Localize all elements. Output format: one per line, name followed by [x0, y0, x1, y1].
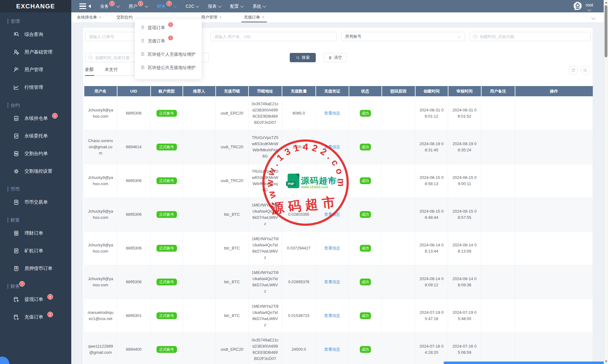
sidebar-section-title: 币币: [11, 186, 71, 192]
column-search-button[interactable]: [580, 66, 590, 75]
date-start-input[interactable]: [469, 32, 591, 41]
cell-status: 成功: [349, 198, 382, 232]
chevron-down-icon: [457, 34, 461, 38]
sidebar-item[interactable]: 交割合约单: [0, 145, 71, 162]
topnav-menu-4[interactable]: C2C: [186, 0, 199, 12]
user-area[interactable]: root: [573, 1, 593, 11]
brand-logo: EXCHANGE: [0, 0, 71, 12]
doc-arrows-icon: [13, 150, 20, 157]
sidebar-toggle-button[interactable]: [79, 3, 91, 9]
vertical-scrollbar-thumb[interactable]: [605, 5, 607, 57]
cell-status: 成功: [349, 333, 382, 364]
cell-username: Chaos.sorenson@gmail.com: [84, 130, 117, 164]
cell-referrer: [183, 265, 216, 299]
status-badge: 成功: [360, 144, 371, 150]
clear-button[interactable]: 清空: [324, 53, 346, 62]
sidebar-item[interactable]: 矿机订单: [0, 242, 71, 260]
tab-3[interactable]: 用户管理×: [200, 12, 223, 22]
close-icon[interactable]: ×: [99, 15, 101, 20]
close-icon[interactable]: ×: [262, 15, 264, 20]
view-info-link[interactable]: 查看信息: [324, 280, 340, 284]
search-button[interactable]: 搜索: [290, 53, 316, 62]
view-info-link[interactable]: 查看信息: [324, 313, 340, 318]
sidebar-item[interactable]: 永续委托单: [0, 127, 71, 145]
view-info-link[interactable]: 查看信息: [324, 246, 340, 250]
topnav-menu-2[interactable]: 用户1: [129, 0, 148, 12]
scroll-down-arrow-icon[interactable]: [605, 361, 607, 362]
view-info-link[interactable]: 查看信息: [324, 145, 340, 149]
sidebar-section-label: 币币: [11, 186, 20, 192]
column-header: 充值币链: [216, 86, 249, 97]
vertical-scrollbar[interactable]: [604, 0, 608, 364]
scroll-up-arrow-icon[interactable]: [605, 2, 607, 3]
topnav-menu-7[interactable]: 系统: [253, 0, 266, 12]
tab-label: 永续持仓单: [77, 15, 97, 20]
view-info-link[interactable]: 查看信息: [324, 347, 340, 352]
view-tab-1[interactable]: 全部: [85, 67, 94, 76]
view-info-link[interactable]: 查看信息: [324, 178, 340, 183]
trash-icon: [328, 56, 332, 60]
dropdown-item-label: 提现订单: [148, 24, 165, 31]
view-info-link[interactable]: 查看信息: [324, 111, 340, 115]
dropdown-item-3[interactable]: 区块链个人充值地址维护: [135, 49, 202, 62]
cell-created-at: 2024-07-16 04:28:20: [415, 333, 448, 364]
view-info-link[interactable]: 查看信息: [324, 212, 340, 217]
cell-remark: [481, 299, 515, 333]
cell-chain: btc_BTC: [216, 198, 249, 232]
sidebar-item[interactable]: 充值订单2: [0, 308, 71, 326]
sidebar-item-label: 行情管理: [24, 84, 43, 90]
user-avatar-icon: [573, 1, 583, 11]
column-header: 充值凭证: [316, 86, 349, 97]
sidebar-item[interactable]: 用户基础管理: [0, 43, 71, 61]
horizontal-scrollbar-thumb[interactable]: [444, 362, 604, 364]
sidebar-item[interactable]: 用户管理: [0, 61, 71, 79]
list-view-tabs: 全部未支付: [85, 67, 118, 76]
sidebar-item[interactable]: 综合查询: [0, 26, 71, 43]
dropdown-item-2[interactable]: 充值订单2: [135, 36, 202, 49]
topnav-menu-6[interactable]: 配置: [230, 0, 243, 12]
cell-amount: 0.01536723: [282, 299, 316, 333]
sidebar-item-label: 质押借币订单: [24, 266, 52, 271]
sidebar-item[interactable]: 交割场控设置: [0, 162, 71, 180]
close-icon[interactable]: ×: [219, 15, 222, 20]
cell-account-type: 正式账号: [151, 198, 183, 232]
tab-2[interactable]: 交割合约: [115, 12, 134, 22]
dropdown-item-1[interactable]: 提现订单5: [135, 22, 202, 36]
account-type-select[interactable]: 所有账号: [341, 32, 465, 41]
account-type-badge: 正式账号: [156, 346, 177, 353]
cell-chain: btc_BTC: [216, 299, 249, 333]
tabbar-collapse-chevron-icon[interactable]: [591, 15, 596, 20]
cell-status: 成功: [349, 97, 382, 130]
sidebar-item[interactable]: 提现订单5: [0, 291, 71, 308]
account-type-badge: 正式账号: [156, 144, 177, 150]
user-search-input[interactable]: [210, 32, 337, 41]
cell-reject-reason: [382, 198, 415, 232]
topnav-menu-1[interactable]: 业务1: [100, 0, 119, 12]
cell-voucher: 查看信息: [316, 299, 349, 333]
chart-icon: [13, 84, 20, 91]
cell-amount: 1100.0: [282, 130, 316, 164]
topnav-menu-5[interactable]: 报表: [208, 0, 221, 12]
notification-badge: 5: [168, 22, 173, 27]
status-badge: 成功: [360, 211, 371, 218]
tab-1[interactable]: 永续持仓单×: [76, 12, 103, 22]
view-tab-2[interactable]: 未支付: [105, 67, 118, 76]
sidebar-item[interactable]: 永续持仓单1: [0, 110, 71, 127]
chevron-down-icon: [240, 4, 244, 7]
topnav-menu-label: 财务: [157, 0, 166, 12]
sidebar-item[interactable]: 质押借币订单: [0, 260, 71, 277]
table-row: Jchucky9@yahoo.com6895306正式账号usdt_ERC200…: [84, 97, 593, 130]
cell-uid: 6895306: [117, 232, 151, 265]
table-header-row: 用户名UID账户类型推荐人充值币链币链地址充值数量充值凭证状态驳回原因创建时间审…: [84, 86, 593, 97]
collapse-left-icon: [88, 4, 91, 8]
sidebar-item[interactable]: 行情管理: [0, 79, 71, 96]
cell-audited-at: 2024-08-15 08:57:55: [448, 198, 481, 232]
sidebar-section-title: 财富: [11, 217, 71, 223]
topnav-menu-3[interactable]: 财务7: [157, 0, 176, 12]
dropdown-item-4[interactable]: 区块链公共充值地址维护: [135, 62, 202, 76]
sidebar-item[interactable]: 币币交易单: [0, 193, 71, 211]
tab-4[interactable]: 充值订单×: [243, 12, 266, 22]
refresh-button[interactable]: [569, 66, 578, 75]
topnav-menu-label: 系统: [253, 0, 261, 12]
sidebar-item[interactable]: 理财订单: [0, 224, 71, 242]
